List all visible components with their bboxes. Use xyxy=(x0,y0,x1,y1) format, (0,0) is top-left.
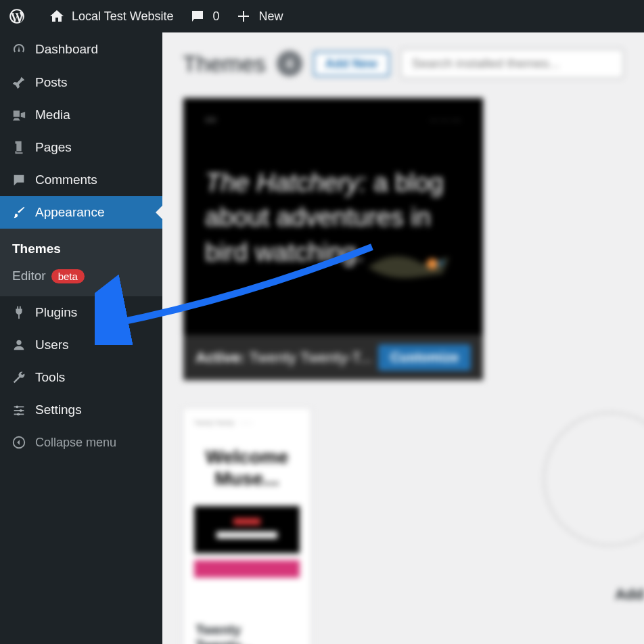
site-link[interactable]: Local Test Website xyxy=(49,8,173,24)
svg-point-4 xyxy=(427,258,438,269)
pushpin-icon xyxy=(9,75,28,90)
sidebar-label: Settings xyxy=(35,402,82,417)
brush-icon xyxy=(9,205,28,220)
plus-icon xyxy=(235,8,252,24)
pages-icon xyxy=(9,140,28,155)
theme-count: 4 xyxy=(277,51,302,76)
comment-icon xyxy=(189,8,206,24)
sidebar-item-tools[interactable]: Tools xyxy=(0,361,162,394)
sidebar-label: Collapse menu xyxy=(35,436,116,450)
home-icon xyxy=(49,8,65,24)
sidebar-collapse[interactable]: Collapse menu xyxy=(0,426,162,459)
add-new-button[interactable]: Add New xyxy=(313,51,390,76)
beta-badge: beta xyxy=(51,269,85,283)
add-theme-label: Add xyxy=(615,586,644,603)
theme-card[interactable]: Twenty Twenty ········ Welcome Muse... T… xyxy=(183,408,311,644)
media-icon xyxy=(9,108,28,122)
sidebar-label: Users xyxy=(35,338,69,352)
svg-point-2 xyxy=(17,413,20,416)
sidebar-label: Comments xyxy=(35,172,97,187)
sidebar-label: Plugins xyxy=(35,305,77,320)
wrench-icon xyxy=(9,370,28,385)
submenu-label: Themes xyxy=(12,242,61,256)
theme-screenshot: Twenty Twenty ········ Welcome Muse... xyxy=(183,409,310,612)
site-name: Local Test Website xyxy=(72,9,173,24)
search-input[interactable] xyxy=(400,49,624,78)
wp-logo[interactable] xyxy=(8,7,32,25)
customize-button[interactable]: Customize xyxy=(378,344,471,371)
comment-icon xyxy=(9,172,28,187)
submenu-item-themes[interactable]: Themes xyxy=(0,235,162,262)
sidebar-item-plugins[interactable]: Plugins xyxy=(0,296,162,329)
svg-point-0 xyxy=(16,406,18,409)
user-icon xyxy=(9,338,28,352)
plugin-icon xyxy=(9,305,28,320)
theme-name: Twenty Twenty... xyxy=(183,612,310,644)
sidebar-label: Appearance xyxy=(35,205,104,220)
sidebar-item-settings[interactable]: Settings xyxy=(0,394,162,426)
sidebar-item-dashboard[interactable]: Dashboard xyxy=(0,32,162,66)
theme-card-active[interactable]: ≡≡··· ··· ···· The Hatchery: a blog abou… xyxy=(183,97,484,381)
theme-footer: Active: Twenty Twenty-T... Customize xyxy=(183,335,483,380)
page-title: Themes xyxy=(183,51,266,77)
sidebar-label: Posts xyxy=(35,75,68,90)
new-link[interactable]: New xyxy=(235,8,283,24)
submenu-item-editor[interactable]: Editor beta xyxy=(0,262,162,290)
appearance-submenu: Themes Editor beta xyxy=(0,229,162,296)
sidebar-label: Dashboard xyxy=(35,42,98,57)
sidebar-label: Pages xyxy=(35,140,72,155)
sidebar-item-posts[interactable]: Posts xyxy=(0,66,162,99)
themes-page: Themes 4 Add New ≡≡··· ··· ···· The Hatc… xyxy=(162,32,644,644)
sidebar-item-pages[interactable]: Pages xyxy=(0,131,162,164)
new-label: New xyxy=(258,9,283,24)
dashboard-icon xyxy=(9,41,28,58)
comments-link[interactable]: 0 xyxy=(189,8,219,24)
admin-sidebar: Dashboard Posts Media Pages Comments App… xyxy=(0,32,162,644)
theme-screenshot: ≡≡··· ··· ···· The Hatchery: a blog abou… xyxy=(183,98,483,335)
sidebar-item-appearance[interactable]: Appearance xyxy=(0,196,162,229)
sidebar-item-comments[interactable]: Comments xyxy=(0,164,162,196)
collapse-icon xyxy=(9,435,28,450)
sliders-icon xyxy=(9,402,28,417)
sidebar-label: Tools xyxy=(35,370,65,385)
sidebar-label: Media xyxy=(35,108,70,122)
sidebar-item-media[interactable]: Media xyxy=(0,99,162,131)
svg-point-1 xyxy=(20,409,22,412)
comments-count: 0 xyxy=(212,9,219,24)
wordpress-icon xyxy=(8,7,26,25)
sidebar-item-users[interactable]: Users xyxy=(0,329,162,361)
submenu-label: Editor xyxy=(12,269,46,283)
